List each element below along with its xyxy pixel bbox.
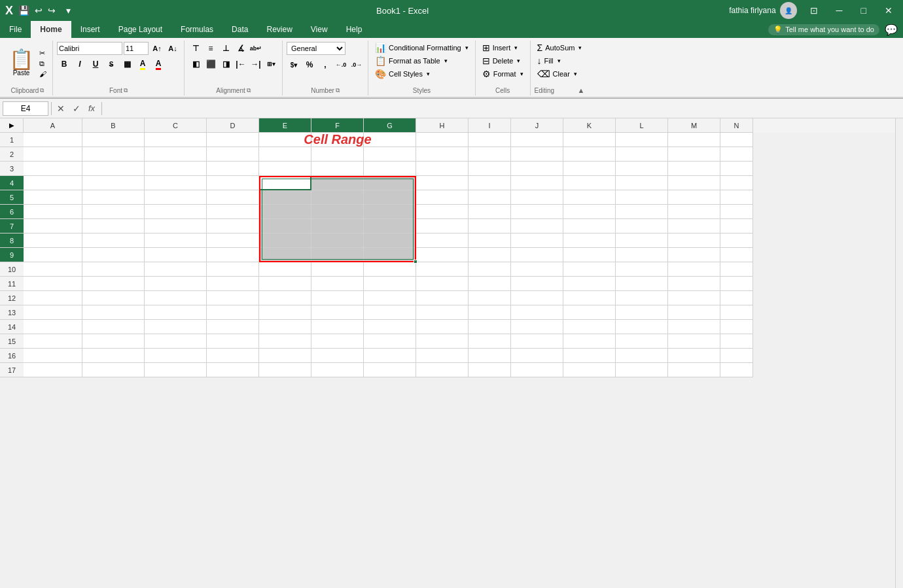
cell-B1[interactable] [82,133,145,147]
cell-E12[interactable] [259,291,311,305]
cell-E9[interactable] [259,248,311,262]
vertical-scrollbar[interactable] [895,118,903,588]
cell-L13[interactable] [616,305,668,320]
cell-E4[interactable] [259,176,311,190]
font-dialog-button[interactable]: ⧉ [124,87,128,94]
cell-E11[interactable] [259,277,311,291]
cell-C7[interactable] [145,219,207,233]
cell-D5[interactable] [207,190,259,205]
cell-L4[interactable] [616,176,668,190]
cell-F17[interactable] [311,363,364,377]
cell-C12[interactable] [145,291,207,305]
cell-L6[interactable] [616,205,668,219]
cell-J9[interactable] [511,248,563,262]
increase-decimal-button[interactable]: .0→ [349,58,364,71]
grid-area[interactable]: ABCDEFGHIJKLMN Cell Range [24,118,895,588]
cell-H7[interactable] [416,219,469,233]
cell-I17[interactable] [469,363,511,377]
cell-N3[interactable] [720,162,753,176]
cell-I7[interactable] [469,219,511,233]
cell-M1[interactable] [668,133,720,147]
cell-A9[interactable] [24,248,82,262]
align-top-button[interactable]: ⊤ [188,42,203,55]
borders-button[interactable]: ▦ [120,58,134,71]
cell-H16[interactable] [416,349,469,363]
cell-K5[interactable] [563,190,616,205]
col-header-D[interactable]: D [207,118,259,133]
cell-H13[interactable] [416,305,469,320]
cell-L8[interactable] [616,233,668,248]
cell-K10[interactable] [563,262,616,277]
cell-B17[interactable] [82,363,145,377]
cell-G8[interactable] [364,233,416,248]
col-header-N[interactable]: N [720,118,753,133]
formula-input[interactable] [106,101,900,116]
cell-H9[interactable] [416,248,469,262]
cell-J2[interactable] [511,147,563,162]
cell-N2[interactable] [720,147,753,162]
cell-K4[interactable] [563,176,616,190]
comment-button[interactable]: 💬 [885,24,898,36]
tab-review[interactable]: Review [257,21,301,38]
cell-M17[interactable] [668,363,720,377]
decrease-decimal-button[interactable]: ←.0 [334,58,348,71]
col-header-I[interactable]: I [469,118,511,133]
cell-I10[interactable] [469,262,511,277]
cell-J6[interactable] [511,205,563,219]
cell-B7[interactable] [82,219,145,233]
italic-button[interactable]: I [73,58,87,71]
autosum-button[interactable]: Σ AutoSum ▾ [535,42,585,54]
cell-E7[interactable] [259,219,311,233]
row-header-11[interactable]: 11 [0,277,24,291]
cell-B4[interactable] [82,176,145,190]
cell-C6[interactable] [145,205,207,219]
number-dialog-button[interactable]: ⧉ [336,87,340,94]
cell-J1[interactable] [511,133,563,147]
cell-A12[interactable] [24,291,82,305]
cell-J13[interactable] [511,305,563,320]
cell-I11[interactable] [469,277,511,291]
col-header-A[interactable]: A [24,118,82,133]
cell-G9[interactable] [364,248,416,262]
cell-D7[interactable] [207,219,259,233]
maximize-button[interactable]: □ [856,3,872,18]
cell-L3[interactable] [616,162,668,176]
number-format-select[interactable]: General [287,42,345,55]
cell-M15[interactable] [668,334,720,349]
col-header-B[interactable]: B [82,118,145,133]
cell-K14[interactable] [563,320,616,334]
cell-E17[interactable] [259,363,311,377]
cell-L5[interactable] [616,190,668,205]
cell-H1[interactable] [416,133,469,147]
cell-D17[interactable] [207,363,259,377]
cell-J16[interactable] [511,349,563,363]
cell-I6[interactable] [469,205,511,219]
cell-K15[interactable] [563,334,616,349]
col-header-H[interactable]: H [416,118,469,133]
cell-B3[interactable] [82,162,145,176]
format-as-table-button[interactable]: 📋 Format as Table ▾ [372,55,450,67]
cell-L12[interactable] [616,291,668,305]
cell-M3[interactable] [668,162,720,176]
copy-button[interactable]: ⧉ [37,59,48,69]
cell-H2[interactable] [416,147,469,162]
row-header-15[interactable]: 15 [0,334,24,349]
cell-F2[interactable] [311,147,364,162]
cell-C5[interactable] [145,190,207,205]
cell-J17[interactable] [511,363,563,377]
cell-G11[interactable] [364,277,416,291]
cell-reference-box[interactable] [3,101,48,116]
cell-F9[interactable] [311,248,364,262]
cell-B10[interactable] [82,262,145,277]
cell-C1[interactable] [145,133,207,147]
cell-N15[interactable] [720,334,753,349]
insert-function-button[interactable]: fx [86,103,97,113]
cell-N17[interactable] [720,363,753,377]
row-header-10[interactable]: 10 [0,262,24,277]
cell-N1[interactable] [720,133,753,147]
cell-B16[interactable] [82,349,145,363]
cell-G13[interactable] [364,305,416,320]
cell-F7[interactable] [311,219,364,233]
cell-F13[interactable] [311,305,364,320]
cell-C16[interactable] [145,349,207,363]
